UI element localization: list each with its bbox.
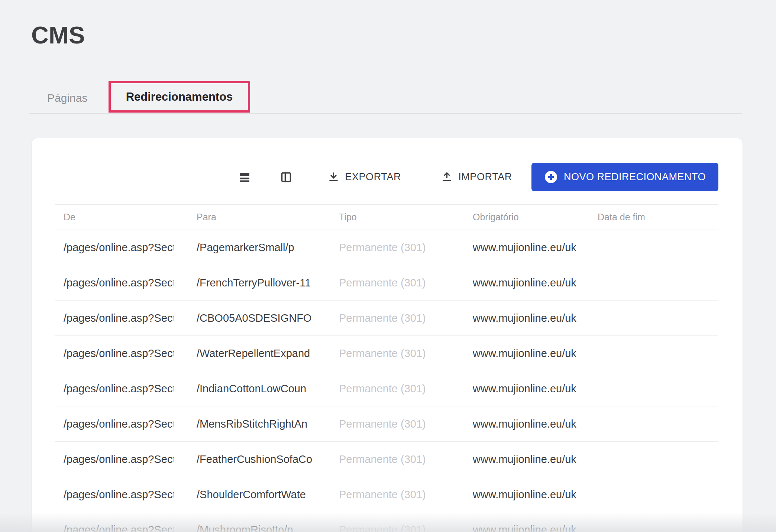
cell-para: /ShoulderComfortWate — [188, 488, 330, 501]
table-row[interactable]: /pages/online.asp?Sect /IndianCottonLowC… — [55, 371, 718, 406]
cell-para: /MensRibStitchRightAn — [188, 418, 330, 431]
cell-obrigatorio: www.mujionline.eu/uk — [464, 418, 589, 431]
cell-para: /MushroomRisotto/p — [188, 523, 330, 532]
cell-de: /pages/online.asp?Sect — [55, 453, 188, 466]
cell-tipo: Permanente (301) — [330, 418, 464, 431]
cell-tipo: Permanente (301) — [330, 382, 464, 395]
tabs-divider — [29, 113, 742, 114]
table-row[interactable]: /pages/online.asp?Sect /FeatherCushionSo… — [55, 442, 718, 477]
cell-obrigatorio: www.mujionline.eu/uk — [464, 382, 589, 395]
cell-para: /WaterRepellentExpand — [188, 347, 330, 360]
cell-data-de-fim — [589, 489, 718, 501]
cell-para: /FeatherCushionSofaCo — [188, 453, 330, 466]
tab-redirecionamentos[interactable]: Redirecionamentos — [126, 90, 233, 104]
cell-tipo: Permanente (301) — [330, 347, 464, 360]
cms-page: CMS Páginas Redirecionamentos — [0, 0, 776, 532]
table-row[interactable]: /pages/online.asp?Sect /PagemarkerSmall/… — [55, 230, 718, 265]
column-header-obrigatorio: Obrigatório — [464, 212, 589, 223]
export-button[interactable]: EXPORTAR — [328, 171, 401, 183]
redirects-card: EXPORTAR IMPORTAR — [32, 138, 743, 532]
cell-para: /FrenchTerryPullover-11 — [188, 276, 330, 289]
column-header-de: De — [55, 212, 188, 223]
import-button[interactable]: IMPORTAR — [441, 171, 512, 183]
cell-de: /pages/online.asp?Sect — [55, 312, 188, 325]
export-button-label: EXPORTAR — [345, 171, 401, 183]
cell-obrigatorio: www.mujionline.eu/uk — [464, 312, 589, 325]
cell-obrigatorio: www.mujionline.eu/uk — [464, 347, 589, 360]
table-toolbar: EXPORTAR IMPORTAR — [239, 163, 718, 191]
cell-de: /pages/online.asp?Sect — [55, 418, 188, 431]
cell-data-de-fim — [589, 277, 718, 289]
columns-view-icon — [280, 171, 292, 183]
cell-data-de-fim — [589, 347, 718, 360]
cell-data-de-fim — [589, 524, 718, 532]
cell-data-de-fim — [589, 312, 718, 324]
table-row[interactable]: /pages/online.asp?Sect /FrenchTerryPullo… — [55, 265, 718, 301]
cell-de: /pages/online.asp?Sect — [55, 347, 188, 360]
table-row[interactable]: /pages/online.asp?Sect /WaterRepellentEx… — [55, 336, 718, 371]
cell-obrigatorio: www.mujionline.eu/uk — [464, 276, 589, 289]
column-header-para: Para — [188, 212, 330, 223]
tab-paginas[interactable]: Páginas — [47, 82, 87, 114]
cell-obrigatorio: www.mujionline.eu/uk — [464, 523, 589, 532]
cell-para: /CBO05A0SDESIGNFO — [188, 312, 330, 325]
table-row[interactable]: /pages/online.asp?Sect /MensRibStitchRig… — [55, 406, 718, 442]
new-redirect-button[interactable]: NOVO REDIRECIONAMENTO — [531, 163, 718, 191]
table-row[interactable]: /pages/online.asp?Sect /CBO05A0SDESIGNFO… — [55, 301, 718, 336]
column-header-data-de-fim: Data de fim — [589, 212, 718, 223]
table-row[interactable]: /pages/online.asp?Sect /ShoulderComfortW… — [55, 477, 718, 512]
cell-de: /pages/online.asp?Sect — [55, 382, 188, 395]
cell-data-de-fim — [589, 383, 718, 395]
cell-obrigatorio: www.mujionline.eu/uk — [464, 453, 589, 466]
cell-de: /pages/online.asp?Sect — [55, 241, 188, 254]
cell-tipo: Permanente (301) — [330, 241, 464, 254]
cell-obrigatorio: www.mujionline.eu/uk — [464, 488, 589, 501]
cell-tipo: Permanente (301) — [330, 523, 464, 532]
cell-tipo: Permanente (301) — [330, 488, 464, 501]
active-tab-highlight-annotation: Redirecionamentos — [109, 81, 250, 113]
cell-de: /pages/online.asp?Sect — [55, 523, 188, 532]
table-header-row: De Para Tipo Obrigatório Data de fim — [55, 205, 718, 230]
cell-data-de-fim — [589, 241, 718, 254]
cell-tipo: Permanente (301) — [330, 453, 464, 466]
cell-tipo: Permanente (301) — [330, 276, 464, 289]
upload-icon — [441, 171, 453, 183]
page-title: CMS — [31, 21, 85, 49]
columns-view-button[interactable] — [280, 171, 292, 183]
cell-tipo: Permanente (301) — [330, 312, 464, 325]
cell-para: /IndianCottonLowCoun — [188, 382, 330, 395]
cell-para: /PagemarkerSmall/p — [188, 241, 330, 254]
rows-view-button[interactable] — [239, 171, 250, 183]
cell-obrigatorio: www.mujionline.eu/uk — [464, 241, 589, 254]
new-redirect-button-label: NOVO REDIRECIONAMENTO — [564, 171, 706, 183]
column-header-tipo: Tipo — [330, 212, 464, 223]
redirects-table: De Para Tipo Obrigatório Data de fim /pa… — [55, 204, 718, 532]
import-button-label: IMPORTAR — [458, 171, 512, 183]
cell-data-de-fim — [589, 418, 718, 430]
rows-view-icon — [239, 171, 250, 183]
plus-circle-icon — [544, 170, 558, 184]
cell-de: /pages/online.asp?Sect — [55, 276, 188, 289]
cell-data-de-fim — [589, 453, 718, 466]
download-icon — [328, 171, 339, 183]
cell-de: /pages/online.asp?Sect — [55, 488, 188, 501]
table-body: /pages/online.asp?Sect /PagemarkerSmall/… — [55, 230, 718, 532]
table-row[interactable]: /pages/online.asp?Sect /MushroomRisotto/… — [55, 512, 718, 532]
